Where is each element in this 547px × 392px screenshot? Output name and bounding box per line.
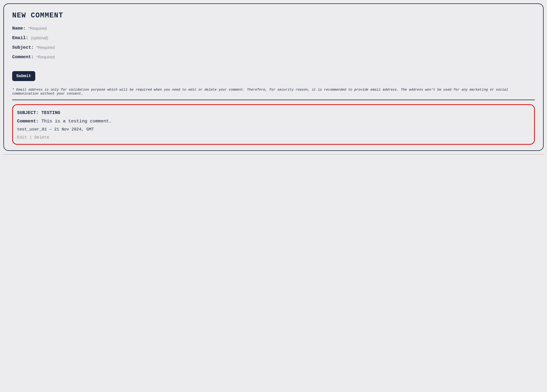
disclaimer-text: * Email address is only for validation p… — [12, 88, 535, 95]
comment-author-line: test_user_01 – 21 Nov 2024, GMT — [17, 127, 530, 132]
comment-subject-value: TESTING — [41, 110, 60, 115]
comment-body-value: This is a testing comment. — [41, 119, 111, 124]
comment-subject-line: SUBJECT: TESTING — [17, 110, 530, 115]
email-input[interactable] — [31, 36, 82, 40]
new-comment-panel: NEW COMMENT Name: Email: Subject: Commen… — [3, 3, 544, 151]
name-label: Name: — [12, 26, 26, 31]
comment-row: Comment: — [12, 54, 535, 60]
comment-input[interactable] — [36, 55, 88, 60]
submit-button[interactable]: Submit — [12, 71, 35, 81]
page-title: NEW COMMENT — [12, 11, 535, 20]
delete-link[interactable]: Delete — [34, 135, 49, 140]
subject-label: Subject: — [12, 45, 34, 50]
name-input[interactable] — [28, 26, 80, 31]
comment-author-name: test_user_01 — [17, 127, 47, 132]
section-divider — [12, 100, 535, 100]
comment-body-line: Comment: This is a testing comment. — [17, 119, 530, 124]
comment-card: SUBJECT: TESTING Comment: This is a test… — [12, 104, 535, 145]
subject-input[interactable] — [36, 45, 88, 50]
comment-date: 21 Nov 2024, GMT — [54, 127, 94, 132]
footer-divider — [3, 154, 544, 155]
comment-subject-label: SUBJECT: — [17, 110, 39, 115]
comment-label: Comment: — [12, 54, 34, 60]
edit-link[interactable]: Edit — [17, 135, 27, 140]
comment-actions: Edit | Delete — [17, 135, 530, 140]
actions-separator: | — [27, 135, 34, 140]
comment-author-separator: – — [47, 127, 54, 132]
email-row: Email: — [12, 35, 535, 40]
comment-body-label: Comment: — [17, 119, 39, 124]
email-label: Email: — [12, 35, 28, 40]
subject-row: Subject: — [12, 45, 535, 50]
name-row: Name: — [12, 26, 535, 31]
